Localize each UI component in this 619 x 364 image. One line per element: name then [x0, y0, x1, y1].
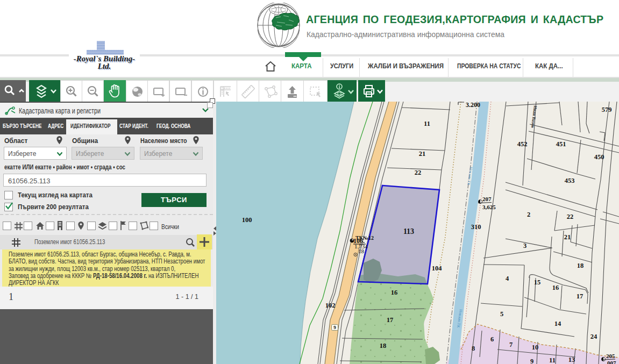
svg-text:22: 22 [567, 213, 574, 220]
svg-text:113: 113 [403, 227, 414, 235]
svg-text:450: 450 [594, 153, 604, 161]
svg-text:9: 9 [530, 358, 533, 364]
svg-text:104: 104 [432, 265, 443, 272]
svg-text:18: 18 [380, 342, 387, 349]
svg-text:5: 5 [500, 310, 503, 318]
svg-text:100: 100 [242, 216, 252, 224]
svg-text:21: 21 [419, 150, 426, 158]
svg-text:13: 13 [568, 356, 575, 363]
svg-text:14: 14 [554, 320, 561, 327]
svg-text:451: 451 [556, 140, 566, 148]
svg-text:579: 579 [602, 106, 612, 113]
svg-text:17: 17 [387, 316, 394, 324]
svg-text:3.200: 3.200 [466, 102, 480, 109]
svg-text:3,625: 3,625 [482, 204, 496, 210]
svg-text:11: 11 [424, 120, 430, 127]
svg-text:22: 22 [415, 169, 422, 176]
svg-text:2: 2 [527, 211, 530, 218]
svg-text:4: 4 [506, 275, 509, 282]
svg-text:16: 16 [391, 289, 398, 296]
svg-text:18: 18 [358, 248, 365, 254]
svg-text:16: 16 [552, 284, 559, 291]
svg-text:453: 453 [565, 177, 575, 184]
svg-text:102: 102 [325, 302, 336, 309]
svg-text:11: 11 [549, 356, 556, 364]
svg-text:310: 310 [471, 223, 481, 231]
svg-text:17: 17 [577, 292, 584, 300]
svg-text:452: 452 [517, 140, 528, 148]
svg-text:9: 9 [333, 325, 336, 330]
svg-text:3: 3 [523, 242, 526, 249]
svg-text:8: 8 [472, 345, 475, 352]
svg-text:24: 24 [590, 333, 597, 340]
svg-text:205: 205 [606, 353, 615, 359]
svg-text:6: 6 [490, 336, 494, 343]
svg-text:007: 007 [607, 360, 616, 364]
svg-text:21: 21 [564, 233, 571, 241]
svg-text:18: 18 [577, 262, 584, 269]
svg-text:207: 207 [482, 196, 492, 202]
svg-text:15: 15 [534, 279, 541, 286]
svg-text:10: 10 [532, 344, 539, 351]
svg-text:7: 7 [509, 341, 513, 348]
